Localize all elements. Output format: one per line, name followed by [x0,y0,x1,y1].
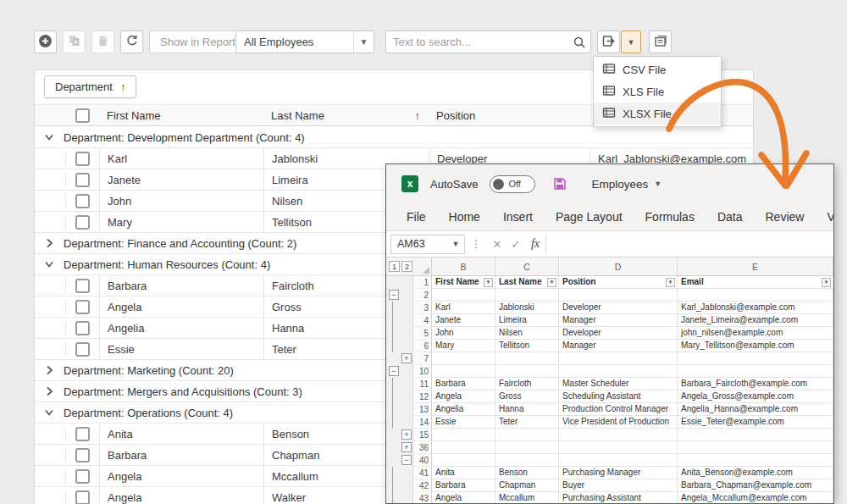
sheet-cell[interactable] [495,441,559,454]
sheet-cell[interactable]: Angela [432,492,495,504]
save-icon[interactable] [552,176,567,191]
sheet-cell[interactable]: john_nilsen@example.com [678,327,833,340]
sheet-cell[interactable]: Janete_Limeira@example.com [678,314,833,327]
row-checkbox[interactable] [75,279,90,293]
sheet-cell[interactable]: Teter [495,416,559,429]
outline-level-1-button[interactable]: 1 [389,261,400,272]
sheet-cell[interactable]: Mary [432,340,495,352]
sheet-cell[interactable]: Essie_Teter@example.com [678,416,833,429]
sheet-cell[interactable]: John [432,327,495,340]
autosave-toggle[interactable]: Off [490,175,535,193]
name-box[interactable]: AM63 ▼ [390,235,465,254]
row-checkbox[interactable] [75,173,90,187]
chevron-down-icon[interactable] [43,259,55,269]
sheet-cell[interactable]: Mary_Tellitson@example.com [678,340,833,352]
row-number[interactable]: 13 [413,403,432,416]
sheet-cell[interactable]: Barbara [432,378,495,390]
select-all-corner[interactable] [413,258,432,275]
row-checkbox[interactable] [75,194,90,208]
sheet-cell[interactable] [678,352,833,365]
sheet-cell[interactable]: Angela_Gross@example.com [678,390,833,403]
employee-filter-combobox[interactable]: All Employees ▼ [235,30,374,53]
export-dropdown-button[interactable]: ▼ [621,30,641,53]
sheet-cell[interactable] [495,352,559,365]
sheet-cell[interactable]: Nilsen [495,327,559,340]
select-all-checkbox[interactable] [75,108,90,123]
ribbon-tab-home[interactable]: Home [449,210,480,224]
filter-dropdown-icon[interactable]: ▼ [822,278,831,287]
row-checkbox[interactable] [75,300,90,314]
column-header-position[interactable]: Position [429,105,590,125]
sheet-cell[interactable]: Anita [432,467,495,479]
sheet-cell[interactable]: Angela [432,390,495,403]
sheet-cell[interactable]: Mccallum [495,492,559,504]
column-letter-c[interactable]: C [495,258,559,275]
sheet-cell[interactable]: Angelia_Hanna@example.com [678,403,833,416]
sheet-cell[interactable]: Limeira [495,314,559,327]
sheet-cell[interactable]: Manager [559,340,678,352]
row-number[interactable]: 5 [413,327,432,340]
column-letter-e[interactable]: E [678,258,833,275]
filter-dropdown-icon[interactable]: ▼ [666,278,675,287]
row-number[interactable]: 43 [413,492,432,504]
group-row[interactable]: Department: Development Department (Coun… [35,127,753,148]
collapse-group-button[interactable]: − [389,290,399,300]
row-number[interactable]: 36 [413,441,432,454]
sheet-cell[interactable]: Hanna [495,403,559,416]
copy-row-button[interactable] [63,30,86,53]
row-checkbox[interactable] [75,342,90,357]
sheet-cell[interactable] [495,454,559,467]
sheet-cell[interactable] [559,441,678,454]
row-number[interactable]: 42 [413,479,432,492]
row-checkbox[interactable] [75,321,90,335]
expand-group-button[interactable]: + [401,353,412,363]
show-in-report-button[interactable]: Show in Report [149,30,246,53]
sheet-header-cell[interactable]: Position▼ [559,276,678,289]
insert-function-icon[interactable]: fx [525,237,545,251]
chevron-down-icon[interactable]: ▼ [353,31,374,53]
sheet-cell[interactable]: Barbara [432,479,495,492]
column-letter-b[interactable]: B [432,258,495,275]
ribbon-tab-file[interactable]: File [407,210,426,224]
row-checkbox[interactable] [75,448,90,462]
ribbon-tab-page-layout[interactable]: Page Layout [556,210,623,224]
sheet-cell[interactable] [559,454,678,467]
export-menu-item-csv-file[interactable]: CSV File [594,58,721,80]
chevron-right-icon[interactable] [43,386,55,396]
sheet-cell[interactable] [432,429,495,441]
sheet-cell[interactable] [559,289,678,302]
sheet-cell[interactable]: Developer [559,302,678,314]
column-header-last-name[interactable]: Last Name↑ [263,105,429,125]
row-number[interactable]: 4 [413,314,432,327]
sheet-cell[interactable]: Tellitson [495,340,559,352]
sheet-cell[interactable]: Faircloth [495,378,559,390]
column-letter-d[interactable]: D [559,258,678,275]
search-input[interactable] [386,36,568,48]
sheet-cell[interactable] [678,429,833,441]
sheet-cell[interactable] [432,289,495,302]
sheet-header-cell[interactable]: First Name▼ [432,276,495,289]
ribbon-tab-insert[interactable]: Insert [503,210,533,224]
sheet-header-cell[interactable]: Email▼ [678,276,833,289]
ribbon-tab-view[interactable]: View [827,210,834,224]
sheet-cell[interactable]: Purchasing Manager [559,467,678,479]
ribbon-tab-data[interactable]: Data [717,210,743,224]
row-number[interactable]: 3 [413,302,432,314]
sheet-cell[interactable]: Purchasing Assistant [559,492,678,504]
expand-group-button[interactable]: + [401,429,412,440]
sheet-cell[interactable] [432,365,495,378]
chevron-down-icon[interactable] [43,407,55,418]
row-checkbox[interactable] [75,490,90,504]
row-number[interactable]: 1 [413,276,432,289]
workbook-title[interactable]: Employees ▼ [591,178,662,191]
sheet-cell[interactable]: Gross [495,390,559,403]
row-number[interactable]: 14 [413,416,432,429]
sheet-cell[interactable]: Janete [432,314,495,327]
group-by-department-chip[interactable]: Department ↑ [44,75,136,98]
row-number[interactable]: 10 [413,365,432,378]
refresh-button[interactable] [120,30,143,53]
row-number[interactable]: 6 [413,340,432,352]
sheet-cell[interactable]: Angela_Mccallum@example.com [678,492,833,504]
row-number[interactable]: 40 [413,454,432,467]
ribbon-tab-formulas[interactable]: Formulas [645,210,695,224]
